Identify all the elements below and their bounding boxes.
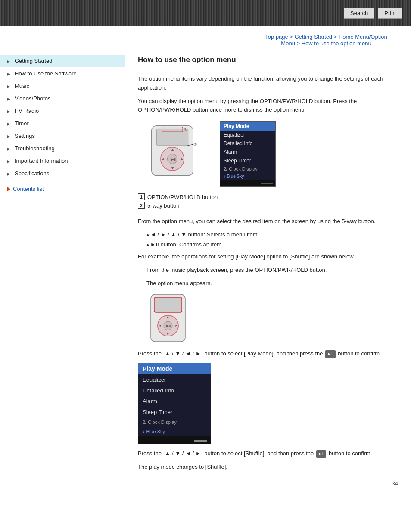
- sidebar-label: Getting Started: [15, 58, 52, 64]
- svg-text:①: ①: [184, 127, 187, 131]
- breadcrumb-top[interactable]: Top page: [265, 34, 288, 40]
- pm-blue-sky: ♪ Blue Sky: [138, 427, 211, 436]
- device-small-svg: ▶II ◄ ► ▲ ▼: [146, 292, 190, 344]
- sidebar-label: Timer: [15, 120, 29, 127]
- sidebar-label: Troubleshooting: [15, 145, 55, 152]
- sidebar-item-how-to-use[interactable]: ▶ How to Use the Software: [0, 67, 125, 80]
- chevron-icon: ▶: [7, 59, 11, 63]
- svg-rect-1: [156, 129, 188, 146]
- label-num-2: 2: [138, 202, 145, 209]
- chevron-icon: ▶: [7, 109, 11, 113]
- header: Search Print: [0, 0, 411, 26]
- step3-buttons: ▲ / ▼ / ◄ / ►: [165, 450, 201, 457]
- chevron-icon: ▶: [7, 84, 11, 88]
- sidebar-label: Settings: [15, 133, 35, 139]
- breadcrumb-getting-started[interactable]: Getting Started: [295, 34, 332, 40]
- page-title: How to use the option menu: [138, 56, 398, 68]
- menu-item-sleep-timer: Sleep Timer: [220, 156, 275, 165]
- chevron-icon: ▶: [7, 96, 11, 101]
- confirm-btn2-icon: ►II: [316, 450, 326, 458]
- chevron-icon: ▶: [7, 171, 11, 176]
- sidebar-item-specifications[interactable]: ▶ Specifications: [0, 167, 125, 180]
- menu-item-play-mode: Play Mode: [220, 122, 275, 131]
- pm-sleep-timer: Sleep Timer: [138, 407, 211, 417]
- menu-item-alarm: Alarm: [220, 148, 275, 156]
- step3-prefix: Press the: [138, 450, 162, 457]
- play-mode-menu: Play Mode Equalizer Detailed Info Alarm …: [138, 363, 211, 444]
- pm-equalizer: Equalizer: [138, 374, 211, 385]
- pm-clock-display: 2/ Clock Display: [138, 417, 211, 427]
- sidebar-item-settings[interactable]: ▶ Settings: [0, 130, 125, 142]
- pm-bottom-bar: ▬▬▬: [138, 436, 211, 444]
- device-illustration: ▶II ◄ ► ▲ ▼ ① ② Play Mode Equalizer Deta…: [138, 121, 398, 187]
- intro-para2: You can display the option menu by press…: [138, 97, 398, 115]
- device-small-container: ▶II ◄ ► ▲ ▼: [146, 292, 398, 345]
- sidebar-label: Videos/Photos: [15, 95, 51, 102]
- sidebar-item-timer[interactable]: ▶ Timer: [0, 117, 125, 130]
- chevron-icon: ▶: [7, 134, 11, 138]
- step3-mid: button to select [Shuffle], and then pre…: [204, 450, 314, 457]
- sidebar-label: Specifications: [15, 170, 49, 177]
- sidebar-item-music[interactable]: ▶ Music: [0, 80, 125, 92]
- label-num-1: 1: [138, 193, 145, 200]
- step1-sub: The option menu appears.: [146, 279, 398, 288]
- sidebar-item-troubleshooting[interactable]: ▶ Troubleshooting: [0, 142, 125, 155]
- step2-para: Press the ▲ / ▼ / ◄ / ► button to select…: [138, 349, 398, 358]
- label-2-row: 2 5-way button: [138, 202, 398, 209]
- sidebar-item-getting-started[interactable]: ▶ Getting Started: [0, 55, 125, 67]
- step3-suffix: button to confirm.: [329, 450, 372, 457]
- step1-block: From the music playback screen, press th…: [146, 266, 398, 288]
- sidebar-item-fm-radio[interactable]: ▶ FM Radio: [0, 105, 125, 117]
- menu-screenshot: Play Mode Equalizer Detailed Info Alarm …: [220, 121, 276, 187]
- step2-mid: button to select [Play Mode], and then p…: [204, 350, 323, 357]
- step3-para: Press the ▲ / ▼ / ◄ / ► button to select…: [138, 449, 398, 458]
- step2-buttons: ▲ / ▼ / ◄ / ►: [165, 350, 201, 357]
- sidebar-item-important-info[interactable]: ▶ Important Information: [0, 155, 125, 167]
- breadcrumb-current[interactable]: How to use the option menu: [302, 40, 371, 47]
- device-svg: ▶II ◄ ► ▲ ▼ ① ②: [138, 121, 207, 182]
- contents-list-label: Contents list: [13, 186, 44, 192]
- final-text: The play mode changes to [Shuffle].: [138, 463, 398, 472]
- step1-text: From the music playback screen, press th…: [146, 266, 398, 275]
- layout: ▶ Getting Started ▶ How to Use the Softw…: [0, 50, 411, 532]
- sidebar-item-videos-photos[interactable]: ▶ Videos/Photos: [0, 92, 125, 105]
- bullet-item-2: ►II button: Confirms an item.: [146, 240, 398, 249]
- menu-item-detailed-info: Detailed Info: [220, 139, 275, 148]
- breadcrumb: Top page > Getting Started > Home Menu/O…: [258, 29, 394, 50]
- svg-rect-15: [154, 297, 182, 312]
- pm-play-mode: Play Mode: [138, 363, 211, 374]
- chevron-icon: ▶: [7, 121, 11, 126]
- bullet-item-1: ◄ / ► / ▲ / ▼ button: Selects a menu ite…: [146, 230, 398, 239]
- label-1-row: 1 OPTION/PWR/HOLD button: [138, 193, 398, 200]
- page-number: 34: [138, 480, 398, 487]
- svg-point-13: [161, 147, 184, 171]
- step2-prefix: Press the: [138, 350, 162, 357]
- para4: For example, the operations for setting …: [138, 252, 398, 261]
- step2-suffix: button to confirm.: [338, 350, 381, 357]
- sidebar-label: Music: [15, 83, 29, 89]
- menu-item-blue-sky: ♪ Blue Sky: [220, 173, 275, 180]
- label-1-text: OPTION/PWR/HOLD button: [147, 194, 218, 200]
- sidebar-label: How to Use the Software: [15, 70, 77, 77]
- sidebar-label: Important Information: [15, 158, 68, 164]
- sidebar: ▶ Getting Started ▶ How to Use the Softw…: [0, 50, 125, 532]
- arrow-right-icon: [7, 187, 10, 192]
- chevron-icon: ▶: [7, 72, 11, 76]
- bullet-list: ◄ / ► / ▲ / ▼ button: Selects a menu ite…: [146, 230, 398, 249]
- chevron-icon: ▶: [7, 159, 11, 163]
- svg-point-23: [158, 315, 178, 336]
- svg-text:②: ②: [193, 142, 197, 146]
- print-button[interactable]: Print: [378, 8, 402, 19]
- menu-item-equalizer: Equalizer: [220, 131, 275, 139]
- pm-alarm: Alarm: [138, 396, 211, 407]
- menu-item-clock-display: 2/ Clock Display: [220, 165, 275, 173]
- intro-para1: The option menu items vary depending on …: [138, 75, 398, 93]
- pm-detailed-info: Detailed Info: [138, 385, 211, 396]
- main-content: How to use the option menu The option me…: [125, 50, 411, 500]
- confirm-btn-icon: ►II: [325, 350, 335, 358]
- chevron-icon: ▶: [7, 146, 11, 151]
- label-2-text: 5-way button: [147, 202, 179, 209]
- contents-list-link[interactable]: Contents list: [0, 181, 125, 196]
- search-button[interactable]: Search: [344, 8, 374, 19]
- sidebar-label: FM Radio: [15, 108, 39, 114]
